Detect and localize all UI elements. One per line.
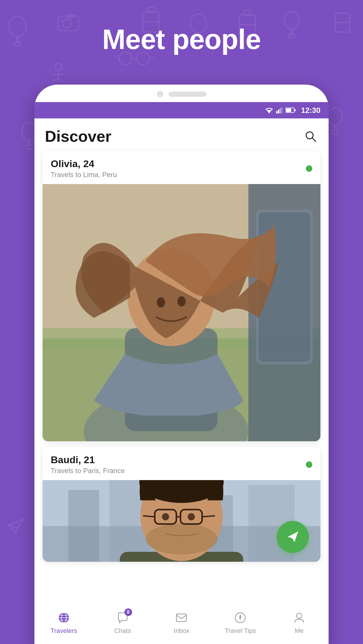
phone-speaker bbox=[169, 92, 206, 97]
nav-icon-chats: 8 bbox=[115, 610, 130, 625]
nav-icon-inbox bbox=[174, 610, 189, 625]
baudi-photo-art bbox=[43, 480, 320, 562]
profile-info-2: Baudi, 21 Travels to Paris, France bbox=[51, 454, 125, 475]
profile-image-baudi bbox=[43, 480, 320, 562]
svg-point-89 bbox=[162, 513, 169, 521]
nav-label-travel-tips: Travel Tips bbox=[225, 627, 256, 635]
hero-title: Meet people bbox=[0, 23, 363, 55]
svg-line-25 bbox=[29, 140, 31, 145]
nav-icon-travel-tips bbox=[233, 610, 248, 625]
globe-icon bbox=[58, 612, 70, 624]
search-icon bbox=[304, 130, 317, 143]
nav-item-me[interactable]: Me bbox=[270, 610, 329, 635]
svg-point-40 bbox=[328, 108, 343, 125]
compass-icon bbox=[234, 612, 246, 624]
phone-hardware bbox=[34, 85, 329, 102]
status-icons bbox=[265, 107, 296, 113]
signal-icon bbox=[276, 107, 283, 113]
svg-line-24 bbox=[28, 140, 29, 145]
profile-name: Olivia, 24 bbox=[51, 158, 117, 169]
person-icon bbox=[293, 612, 305, 624]
olivia-photo-art bbox=[43, 184, 320, 441]
svg-rect-9 bbox=[147, 7, 155, 13]
svg-point-71 bbox=[177, 296, 185, 307]
online-indicator-2 bbox=[306, 461, 312, 468]
svg-line-35 bbox=[149, 57, 154, 58]
bottom-nav: Travelers 8 Chats Inbox bbox=[34, 603, 329, 644]
nav-label-travelers: Travelers bbox=[50, 627, 77, 635]
nav-icon-travelers bbox=[56, 610, 71, 625]
svg-line-60 bbox=[312, 138, 316, 141]
svg-rect-43 bbox=[332, 131, 338, 134]
nav-item-inbox[interactable]: Inbox bbox=[152, 610, 211, 635]
battery-icon bbox=[285, 107, 296, 113]
svg-point-51 bbox=[268, 112, 270, 113]
nav-item-travelers[interactable]: Travelers bbox=[34, 610, 93, 635]
svg-point-82 bbox=[145, 524, 218, 554]
profile-card-header: Olivia, 24 Travels to Lima, Peru bbox=[43, 151, 320, 184]
online-indicator bbox=[306, 165, 312, 172]
profile-image-olivia bbox=[43, 184, 320, 441]
svg-rect-97 bbox=[176, 614, 186, 622]
svg-rect-74 bbox=[68, 490, 99, 562]
svg-rect-52 bbox=[276, 111, 278, 113]
svg-point-70 bbox=[157, 297, 165, 307]
profiles-list: Olivia, 24 Travels to Lima, Peru bbox=[34, 151, 329, 562]
wifi-icon bbox=[265, 107, 273, 113]
svg-rect-58 bbox=[294, 109, 296, 111]
svg-line-34 bbox=[114, 57, 119, 58]
status-time: 12:30 bbox=[301, 106, 321, 115]
svg-point-101 bbox=[297, 613, 302, 618]
phone-mockup: 12:30 Discover Olivia, 24 Travels to Lim… bbox=[34, 85, 329, 644]
nav-label-me: Me bbox=[295, 627, 304, 635]
chats-badge: 8 bbox=[124, 608, 132, 616]
svg-line-41 bbox=[334, 125, 335, 131]
profile-name-2: Baudi, 21 bbox=[51, 454, 125, 466]
svg-line-31 bbox=[58, 79, 65, 82]
nav-icon-me bbox=[292, 610, 307, 625]
svg-rect-54 bbox=[280, 108, 281, 113]
svg-rect-26 bbox=[26, 145, 32, 149]
svg-rect-6 bbox=[67, 15, 73, 18]
profile-card-baudi[interactable]: Baudi, 21 Travels to Paris, France bbox=[43, 447, 320, 562]
phone-camera bbox=[157, 91, 163, 97]
nav-label-chats: Chats bbox=[114, 627, 131, 635]
page-title: Discover bbox=[45, 127, 111, 145]
nav-item-chats[interactable]: 8 Chats bbox=[93, 610, 152, 635]
nav-item-travel-tips[interactable]: Travel Tips bbox=[211, 610, 270, 635]
svg-rect-55 bbox=[281, 107, 283, 113]
svg-rect-16 bbox=[243, 10, 251, 15]
profile-card-header-2: Baudi, 21 Travels to Paris, France bbox=[43, 447, 320, 480]
inbox-icon bbox=[175, 612, 187, 624]
svg-point-90 bbox=[188, 513, 195, 521]
svg-rect-53 bbox=[278, 110, 279, 113]
send-fab-button[interactable] bbox=[277, 521, 309, 553]
profile-travel: Travels to Lima, Peru bbox=[51, 171, 117, 179]
svg-rect-57 bbox=[286, 108, 291, 112]
profile-info: Olivia, 24 Travels to Lima, Peru bbox=[51, 158, 117, 179]
svg-line-30 bbox=[52, 79, 58, 82]
app-header: Discover bbox=[34, 118, 329, 151]
search-button[interactable] bbox=[303, 129, 318, 144]
status-bar: 12:30 bbox=[34, 102, 329, 118]
nav-label-inbox: Inbox bbox=[174, 627, 190, 635]
svg-point-27 bbox=[55, 64, 62, 71]
profile-travel-2: Travels to Paris, France bbox=[51, 467, 125, 475]
send-icon bbox=[285, 529, 300, 545]
profile-card-olivia[interactable]: Olivia, 24 Travels to Lima, Peru bbox=[43, 151, 320, 441]
svg-line-42 bbox=[335, 125, 337, 131]
